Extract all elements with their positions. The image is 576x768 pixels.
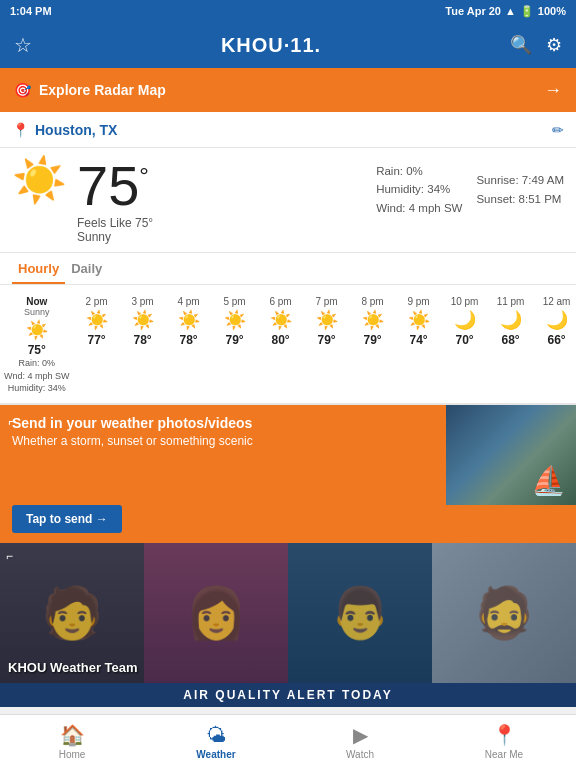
now-details: Rain: 0%Wnd: 4 mph SWHumidity: 34% (4, 357, 70, 395)
radar-banner[interactable]: 🎯 Explore Radar Map → (0, 68, 576, 112)
wifi-icon: ▲ (505, 5, 516, 17)
hourly-weather-icon: ☀️ (224, 309, 246, 331)
nav-watch-label: Watch (346, 749, 374, 760)
favorite-icon[interactable]: ☆ (14, 33, 32, 57)
hourly-item: 6 pm ☀️ 80° (258, 296, 304, 395)
hourly-temp: 75° (28, 343, 46, 357)
tab-daily[interactable]: Daily (65, 259, 108, 284)
hourly-weather-icon: ☀️ (26, 319, 48, 341)
hourly-temp: 80° (271, 333, 289, 347)
nav-weather[interactable]: 🌤 Weather (144, 724, 288, 760)
hourly-item: 2 pm ☀️ 77° (74, 296, 120, 395)
search-icon[interactable]: 🔍 (510, 34, 532, 56)
hourly-item: 5 pm ☀️ 79° (212, 296, 258, 395)
nav-watch[interactable]: ▶ Watch (288, 723, 432, 760)
weather-team-section: 🧑 ⌐ KHOU Weather Team 👩 👨 🧔 (0, 543, 576, 683)
temperature-display: 75° (77, 158, 366, 214)
weather-details-left: Rain: 0% Humidity: 34% Wind: 4 mph SW (376, 158, 462, 217)
hourly-item: 7 pm ☀️ 79° (304, 296, 350, 395)
hourly-weather-icon: ☀️ (362, 309, 384, 331)
person-4-icon: 🧔 (432, 543, 576, 683)
weather-main: ☀️ 75° Feels Like 75° Sunny Rain: 0% Hum… (12, 158, 564, 244)
hourly-time: 4 pm (177, 296, 199, 307)
nav-near-me[interactable]: 📍 Near Me (432, 723, 576, 760)
nav-home[interactable]: 🏠 Home (0, 723, 144, 760)
settings-icon[interactable]: ⚙ (546, 34, 562, 56)
hourly-item: Now Sunny ☀️ 75° Rain: 0%Wnd: 4 mph SWHu… (0, 296, 74, 395)
edit-icon[interactable]: ✏ (552, 122, 564, 138)
near-me-icon: 📍 (492, 723, 517, 747)
temperature-block: 75° Feels Like 75° Sunny (77, 158, 366, 244)
hourly-temp: 78° (179, 333, 197, 347)
home-icon: 🏠 (60, 723, 85, 747)
degree-symbol: ° (139, 164, 149, 188)
team-photo-2: 👩 (144, 543, 288, 683)
hourly-items-list: Now Sunny ☀️ 75° Rain: 0%Wnd: 4 mph SWHu… (0, 296, 576, 395)
hourly-item: 3 pm ☀️ 78° (120, 296, 166, 395)
hourly-weather-icon: ☀️ (408, 309, 430, 331)
tap-to-send-button[interactable]: Tap to send → (12, 505, 122, 533)
rain-info: Rain: 0% (376, 162, 462, 180)
hourly-forecast[interactable]: Now Sunny ☀️ 75° Rain: 0%Wnd: 4 mph SWHu… (0, 285, 576, 405)
sunrise-info: Sunrise: 7:49 AM (476, 171, 564, 189)
humidity-info: Humidity: 34% (376, 180, 462, 198)
hourly-weather-icon: ☀️ (316, 309, 338, 331)
radar-arrow: → (544, 80, 562, 101)
storm-photo (446, 405, 576, 505)
hourly-item: 4 pm ☀️ 78° (166, 296, 212, 395)
photo-banner-text: Send in your weather photos/videos Wheth… (12, 415, 253, 448)
hourly-weather-icon: ☀️ (178, 309, 200, 331)
team-photo-1: 🧑 ⌐ KHOU Weather Team (0, 543, 144, 683)
temperature-value: 75 (77, 158, 139, 214)
hourly-time: 12 am (543, 296, 571, 307)
location-group: 📍 Houston, TX (12, 122, 117, 138)
tap-send-section: Tap to send → (0, 505, 576, 543)
hourly-temp: 78° (133, 333, 151, 347)
hourly-cond: Sunny (24, 307, 50, 317)
hourly-weather-icon: ☀️ (132, 309, 154, 331)
tab-hourly[interactable]: Hourly (12, 259, 65, 284)
location-bar: 📍 Houston, TX ✏ (0, 112, 576, 148)
content-area: 🎯 Explore Radar Map → 📍 Houston, TX ✏ ☀️… (0, 68, 576, 724)
hourly-time: 3 pm (131, 296, 153, 307)
status-right: Tue Apr 20 ▲ 🔋 100% (445, 5, 566, 18)
condition-label: Sunny (77, 230, 366, 244)
hourly-time: 2 pm (85, 296, 107, 307)
hourly-time: 7 pm (315, 296, 337, 307)
hourly-temp: 74° (409, 333, 427, 347)
nav-near-me-label: Near Me (485, 749, 523, 760)
hourly-time: 5 pm (223, 296, 245, 307)
hourly-item: 11 pm 🌙 68° (488, 296, 534, 395)
hourly-time: 9 pm (407, 296, 429, 307)
weather-team-label: KHOU Weather Team (8, 660, 138, 675)
photo-banner-subtitle: Whether a storm, sunset or something sce… (12, 434, 253, 448)
radar-icon: 🎯 (14, 82, 31, 98)
status-bar: 1:04 PM Tue Apr 20 ▲ 🔋 100% (0, 0, 576, 22)
hourly-time: 8 pm (361, 296, 383, 307)
nav-weather-label: Weather (196, 749, 235, 760)
feels-like: Feels Like 75° (77, 216, 366, 230)
battery-level: 100% (538, 5, 566, 17)
team-photo-4: 🧔 (432, 543, 576, 683)
header: ☆ KHOU·11. 🔍 ⚙ (0, 22, 576, 68)
app-title: KHOU·11. (221, 34, 321, 57)
weather-card: ☀️ 75° Feels Like 75° Sunny Rain: 0% Hum… (0, 148, 576, 253)
weather-details-group: Rain: 0% Humidity: 34% Wind: 4 mph SW Su… (376, 158, 564, 217)
hourly-temp: 70° (455, 333, 473, 347)
corner-bracket-team: ⌐ (6, 549, 13, 563)
wind-info: Wind: 4 mph SW (376, 199, 462, 217)
hourly-weather-icon: 🌙 (500, 309, 522, 331)
hourly-weather-icon: 🌙 (546, 309, 568, 331)
hourly-time: Now (26, 296, 47, 307)
hourly-weather-icon: ☀️ (86, 309, 108, 331)
photo-banner-title: Send in your weather photos/videos (12, 415, 253, 431)
sunset-info: Sunset: 8:51 PM (476, 190, 564, 208)
nav-home-label: Home (59, 749, 86, 760)
weather-condition-icon: ☀️ (12, 158, 67, 202)
person-3-icon: 👨 (288, 543, 432, 683)
hourly-temp: 79° (317, 333, 335, 347)
status-time: 1:04 PM (10, 5, 52, 17)
hourly-item: 8 pm ☀️ 79° (350, 296, 396, 395)
radar-label: Explore Radar Map (39, 82, 166, 98)
hourly-item: 9 pm ☀️ 74° (396, 296, 442, 395)
